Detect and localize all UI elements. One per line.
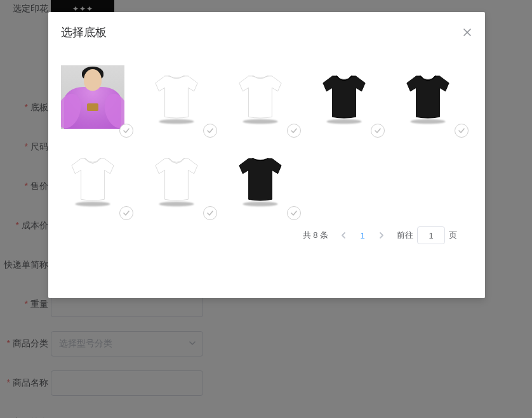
pagination-goto: 前往 页 — [397, 226, 457, 244]
select-check-icon[interactable] — [203, 206, 217, 220]
select-check-icon[interactable] — [287, 124, 301, 138]
select-check-icon[interactable] — [203, 124, 217, 138]
template-tile-4[interactable] — [396, 65, 460, 129]
pagination-prev[interactable] — [340, 232, 347, 239]
svg-point-0 — [159, 119, 194, 124]
template-tile-6[interactable] — [145, 148, 208, 211]
close-icon[interactable] — [462, 27, 472, 37]
pagination-goto-prefix: 前往 — [397, 230, 413, 241]
pagination-total: 共 8 条 — [303, 230, 328, 241]
dialog-title: 选择底板 — [61, 25, 107, 40]
svg-point-3 — [410, 119, 445, 124]
template-tile-1[interactable] — [145, 65, 208, 129]
select-check-icon[interactable] — [455, 124, 469, 138]
template-photo — [61, 65, 124, 129]
tshirt-icon — [231, 68, 289, 126]
template-grid — [61, 65, 472, 211]
tshirt-icon — [63, 150, 122, 209]
pagination-goto-suffix: 页 — [449, 230, 457, 241]
svg-point-2 — [326, 119, 361, 124]
tshirt-icon — [147, 68, 206, 126]
tshirt-icon — [399, 68, 457, 126]
template-tile-2[interactable] — [229, 65, 292, 129]
template-tile-5[interactable] — [61, 148, 124, 211]
pagination-next[interactable] — [378, 232, 385, 239]
select-check-icon[interactable] — [371, 124, 385, 138]
select-check-icon[interactable] — [119, 124, 133, 138]
pagination-goto-input[interactable] — [417, 226, 445, 244]
svg-point-6 — [243, 202, 277, 206]
template-tile-0[interactable] — [61, 65, 124, 129]
svg-point-5 — [159, 202, 194, 206]
template-tile-3[interactable] — [312, 65, 376, 129]
select-base-dialog: 选择底板 — [48, 12, 485, 298]
select-check-icon[interactable] — [119, 206, 133, 220]
tshirt-icon — [315, 68, 373, 126]
svg-point-4 — [75, 202, 110, 206]
tshirt-icon — [147, 150, 206, 209]
pagination-page-1[interactable]: 1 — [359, 231, 366, 240]
select-check-icon[interactable] — [287, 206, 301, 220]
svg-point-1 — [243, 119, 277, 124]
template-tile-7[interactable] — [229, 148, 292, 211]
tshirt-icon — [231, 150, 289, 209]
